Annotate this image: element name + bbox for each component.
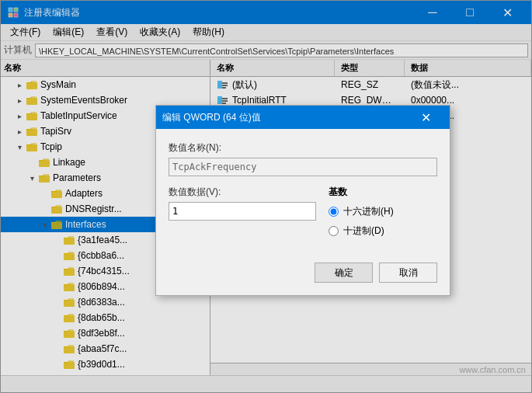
menu-view[interactable]: 查看(V) (90, 24, 134, 40)
tree-label: {6cbb8a6... (78, 250, 124, 261)
minimize-button[interactable]: ─ (415, 1, 450, 24)
col-header-type: 类型 (335, 60, 405, 76)
maximize-button[interactable]: □ (452, 1, 488, 24)
svg-rect-10 (39, 176, 50, 183)
data-label: 数值数据(V): (169, 186, 316, 199)
folder-icon (63, 328, 75, 339)
menu-bar: 文件(F) 编辑(E) 查看(V) 收藏夹(A) 帮助(H) (1, 24, 531, 41)
tree-item-sysmain[interactable]: ▸SysMain (1, 77, 210, 92)
value-name-0: (默认) (210, 78, 335, 92)
ok-button[interactable]: 确定 (315, 263, 373, 283)
folder-icon (63, 297, 75, 308)
dec-radio-item[interactable]: 十进制(D) (329, 224, 437, 238)
tree-label: Adapters (65, 188, 103, 199)
hex-label[interactable]: 十六进制(H) (343, 205, 394, 218)
tree-item-i6[interactable]: {8dab65b... (1, 310, 210, 325)
svg-rect-34 (222, 98, 228, 99)
svg-rect-29 (217, 81, 222, 89)
tree-item-i9[interactable]: {b39d0d1... (1, 356, 210, 372)
tree-label: {8d6383a... (78, 297, 125, 308)
tree-label: {3a1fea45... (78, 235, 127, 245)
radix-label: 基数 (329, 186, 437, 199)
menu-edit[interactable]: 编辑(E) (47, 24, 90, 40)
folder-icon (50, 203, 63, 214)
svg-rect-20 (64, 331, 75, 338)
dialog-body: 数值名称(N): 数值数据(V): 基数 十六进制(H) (156, 129, 450, 256)
svg-rect-5 (26, 98, 37, 105)
folder-icon (26, 141, 38, 152)
tree-label: {806b894... (78, 281, 125, 292)
folder-icon (50, 219, 63, 230)
window-icon (7, 6, 19, 19)
svg-rect-22 (64, 362, 75, 369)
folder-icon (63, 250, 75, 261)
svg-rect-4 (26, 82, 37, 89)
value-data-1: 0x00000... (405, 95, 531, 106)
tree-arrow: ▸ (13, 96, 26, 105)
tree-label: {b39d0d1... (78, 359, 125, 370)
hex-radio[interactable] (329, 207, 339, 217)
svg-rect-8 (26, 144, 37, 151)
svg-rect-11 (51, 191, 62, 198)
dialog-close-button[interactable]: ✕ (408, 106, 443, 129)
tree-label: {74bc4315... (78, 266, 130, 276)
svg-rect-32 (222, 87, 226, 89)
value-row-0[interactable]: (默认)REG_SZ(数值未设... (210, 77, 531, 92)
tree-label: TapiSrv (40, 126, 71, 137)
tree-arrow: ▸ (13, 127, 26, 136)
svg-rect-31 (222, 85, 228, 86)
svg-rect-16 (64, 269, 75, 276)
tree-item-i5[interactable]: {8d6383a... (1, 294, 210, 310)
svg-rect-36 (222, 103, 226, 104)
tree-label: Linkage (53, 157, 85, 168)
cancel-button[interactable]: 取消 (379, 263, 437, 283)
tree-label: {8df3eb8f... (78, 328, 125, 339)
tree-label: Interfaces (65, 219, 106, 230)
svg-rect-9 (39, 160, 50, 167)
title-bar-buttons: ─ □ ✕ (415, 1, 525, 24)
data-col: 数值数据(V): (169, 186, 316, 230)
svg-rect-33 (217, 96, 222, 104)
close-button[interactable]: ✕ (489, 1, 525, 24)
svg-rect-21 (64, 346, 75, 353)
name-input[interactable] (169, 158, 437, 176)
tree-arrow: ▾ (13, 143, 26, 151)
dialog-title-bar: 编辑 QWORD (64 位)值 ✕ (156, 106, 450, 129)
svg-rect-7 (26, 129, 37, 136)
dec-radio[interactable] (329, 226, 339, 236)
tree-arrow: ▾ (26, 174, 38, 183)
dword-icon (217, 95, 229, 106)
hex-radio-item[interactable]: 十六进制(H) (329, 205, 437, 218)
folder-icon (63, 343, 75, 354)
value-name-1: TcpInitialRTT (210, 95, 335, 106)
dec-label[interactable]: 十进制(D) (343, 224, 384, 238)
tree-item-i8[interactable]: {abaa5f7c... (1, 341, 210, 356)
col-header-name: 名称 (210, 60, 335, 76)
tree-label: DNSRegistr... (65, 203, 122, 214)
svg-rect-0 (9, 8, 12, 12)
svg-rect-12 (51, 207, 62, 214)
value-type-0: REG_SZ (335, 79, 405, 90)
menu-favorites[interactable]: 收藏夹(A) (134, 24, 186, 40)
folder-icon (38, 157, 50, 168)
address-bar: 计算机 \HKEY_LOCAL_MACHINE\SYSTEM\CurrentCo… (1, 41, 531, 60)
folder-icon (26, 79, 38, 90)
tree-label: SysMain (40, 79, 76, 90)
tree-label: {8dab65b... (78, 312, 125, 323)
address-path[interactable]: \HKEY_LOCAL_MACHINE\SYSTEM\CurrentContro… (35, 43, 528, 57)
value-data-0: (数值未设... (405, 78, 531, 92)
tree-header-label: 名称 (4, 62, 21, 74)
address-label: 计算机 (4, 43, 32, 57)
tree-label: Tcpip (40, 141, 62, 152)
tree-label: TabletInputService (40, 110, 117, 121)
values-header: 名称 类型 数据 (210, 60, 531, 77)
data-input[interactable] (169, 202, 316, 221)
menu-help[interactable]: 帮助(H) (186, 24, 231, 40)
svg-rect-30 (222, 82, 228, 84)
tree-item-i7[interactable]: {8df3eb8f... (1, 325, 210, 341)
folder-icon (26, 110, 38, 121)
value-name-text-0: (默认) (232, 78, 257, 92)
menu-file[interactable]: 文件(F) (4, 24, 47, 40)
tree-label: Parameters (53, 172, 101, 183)
radix-col: 基数 十六进制(H) 十进制(D) (329, 186, 437, 244)
